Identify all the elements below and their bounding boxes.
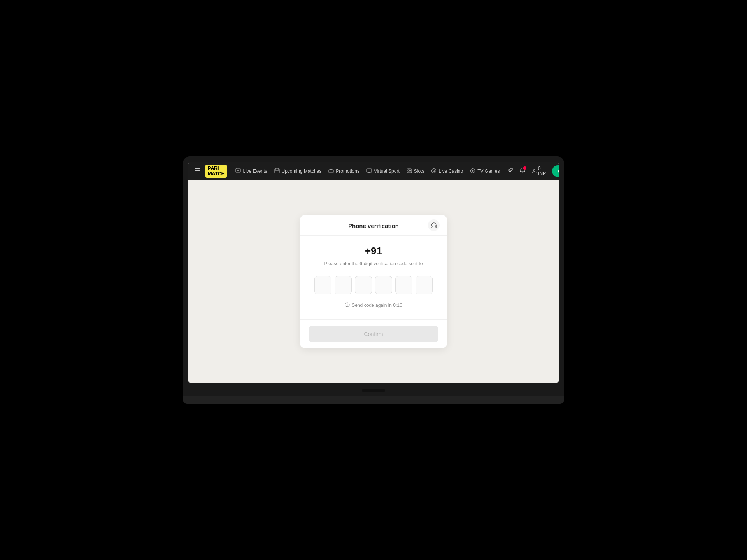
svg-point-17 (533, 169, 535, 171)
live-events-icon (235, 168, 241, 175)
laptop-screen: ☰ PARI MATCH Live Events (188, 162, 559, 383)
flight-icon-btn[interactable] (505, 166, 515, 177)
promotions-icon (328, 168, 334, 175)
otp-input-1[interactable] (314, 276, 331, 294)
card-footer: Confirm (300, 319, 447, 348)
otp-input-3[interactable] (355, 276, 372, 294)
svg-rect-11 (408, 170, 409, 171)
laptop-base (183, 396, 564, 404)
nav-slots[interactable]: Slots (403, 166, 428, 177)
card-header: Phone verification (300, 215, 447, 236)
resend-timer-text: Send code again in 0:16 (352, 303, 402, 308)
nav-virtual-sport[interactable]: Virtual Sport (363, 166, 403, 177)
nav-right: 0 INR + Deposit (505, 164, 559, 178)
nav-items: Live Events Upcoming Matches (232, 166, 503, 177)
deposit-plus-icon: + (558, 168, 559, 174)
timer-icon (345, 302, 350, 308)
svg-rect-9 (368, 172, 370, 173)
phone-verification-card: Phone verification +91 Please enter the … (300, 215, 447, 348)
otp-input-5[interactable] (395, 276, 412, 294)
nav-tv-games-label: TV Games (477, 168, 500, 174)
slots-icon (407, 168, 412, 175)
confirm-label: Confirm (364, 331, 383, 337)
notification-dot (523, 166, 526, 170)
svg-rect-19 (435, 226, 437, 227)
live-casino-icon (431, 168, 437, 175)
svg-rect-18 (431, 226, 432, 227)
nav-live-events-label: Live Events (243, 168, 267, 174)
nav-slots-label: Slots (414, 168, 424, 174)
laptop-frame: ☰ PARI MATCH Live Events (183, 156, 564, 404)
otp-input-4[interactable] (375, 276, 392, 294)
logo-line1: PARI (208, 166, 224, 171)
laptop-chin (188, 385, 559, 396)
deposit-button[interactable]: + Deposit (552, 165, 559, 177)
hamburger-menu[interactable]: ☰ (195, 167, 201, 175)
support-icon-btn[interactable] (428, 219, 440, 231)
resend-timer: Send code again in 0:16 (309, 302, 438, 308)
nav-live-casino-label: Live Casino (438, 168, 463, 174)
svg-point-1 (237, 170, 239, 171)
upcoming-matches-icon (274, 168, 280, 175)
svg-rect-2 (275, 169, 279, 173)
card-title: Phone verification (348, 222, 399, 229)
svg-rect-8 (367, 169, 372, 172)
svg-rect-12 (409, 170, 410, 171)
navbar: ☰ PARI MATCH Live Events (188, 162, 559, 180)
tv-games-icon (470, 168, 475, 175)
phone-number: +91 (309, 245, 438, 257)
confirm-button[interactable]: Confirm (309, 326, 438, 342)
nav-live-casino[interactable]: Live Casino (428, 166, 466, 177)
logo-line2: MATCH (208, 171, 224, 177)
virtual-sport-icon (366, 168, 372, 175)
nav-upcoming-matches[interactable]: Upcoming Matches (271, 166, 325, 177)
nav-virtual-sport-label: Virtual Sport (374, 168, 400, 174)
otp-input-2[interactable] (335, 276, 352, 294)
card-body: +91 Please enter the 6-digit verificatio… (300, 236, 447, 319)
notifications-btn[interactable] (518, 166, 527, 177)
verification-instruction: Please enter the 6-digit verification co… (309, 261, 438, 266)
user-balance-btn[interactable]: 0 INR (530, 164, 549, 178)
svg-point-14 (432, 168, 436, 173)
otp-input-6[interactable] (416, 276, 433, 294)
laptop-notch (362, 389, 385, 392)
nav-promotions-label: Promotions (336, 168, 359, 174)
svg-point-15 (433, 170, 435, 172)
parimatch-logo[interactable]: PARI MATCH (205, 164, 227, 178)
nav-promotions[interactable]: Promotions (325, 166, 363, 177)
nav-live-events[interactable]: Live Events (232, 166, 270, 177)
otp-code-inputs (309, 276, 438, 294)
nav-tv-games[interactable]: TV Games (467, 166, 503, 177)
balance-amount: 0 INR (538, 166, 547, 177)
main-content: Phone verification +91 Please enter the … (188, 180, 559, 383)
nav-upcoming-matches-label: Upcoming Matches (282, 168, 322, 174)
